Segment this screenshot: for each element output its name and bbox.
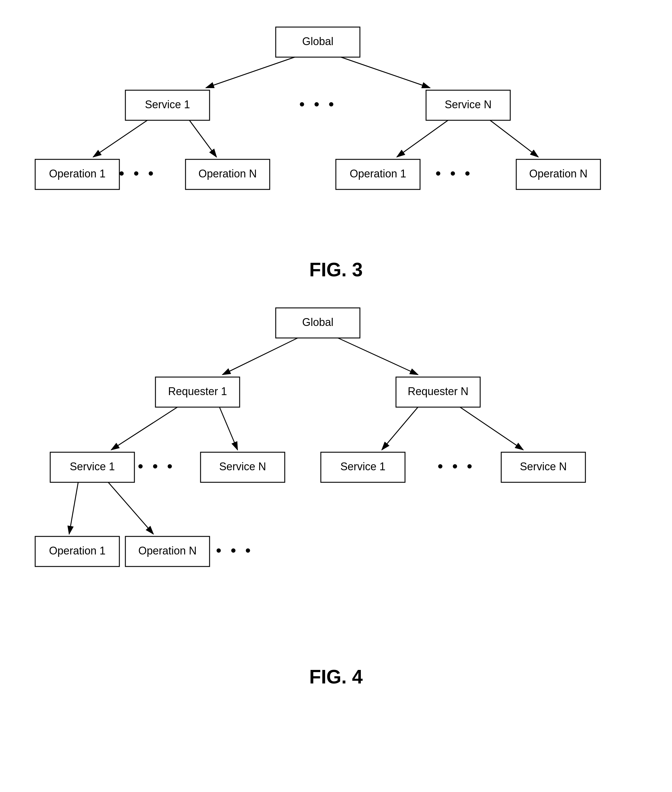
fig4-dots-ops: • • • <box>216 542 253 559</box>
fig4-op1-label: Operation 1 <box>49 544 106 557</box>
fig3-dots-ops-left: • • • <box>119 165 156 182</box>
fig3-serviceN-label: Service N <box>445 98 491 110</box>
svg-line-25 <box>338 338 418 374</box>
fig3-opN-right-label: Operation N <box>529 168 587 180</box>
svg-line-13 <box>490 120 538 157</box>
fig3-opN-left-label: Operation N <box>198 168 257 180</box>
svg-line-8 <box>206 57 294 88</box>
fig3-op1-left-label: Operation 1 <box>49 168 106 180</box>
svg-line-26 <box>111 407 178 450</box>
fig3-global-label: Global <box>302 35 333 48</box>
svg-line-27 <box>219 407 238 450</box>
diagram-fig4: Global Requester 1 Requester N Service 1… <box>18 299 654 660</box>
fig4-label: FIG. 4 <box>18 666 654 688</box>
fig4-dots-svc-right: • • • <box>437 458 475 475</box>
svg-line-24 <box>222 338 298 374</box>
svg-line-10 <box>93 120 147 157</box>
fig3-op1-right-label: Operation 1 <box>350 168 406 180</box>
fig3-dots-services: • • • <box>299 95 336 113</box>
fig4-svcN-right-label: Service N <box>520 460 567 473</box>
fig4-dots-svc-left: • • • <box>138 458 175 475</box>
svg-fig4: Global Requester 1 Requester N Service 1… <box>18 299 654 660</box>
fig3-label: FIG. 3 <box>18 259 654 281</box>
fig4-svcN-left-label: Service N <box>219 460 266 473</box>
svg-line-30 <box>69 482 78 534</box>
diagram-fig3: Global Service 1 Service N • • • Operati… <box>18 18 654 222</box>
fig4-requester1-label: Requester 1 <box>168 385 227 397</box>
svg-line-11 <box>189 120 216 157</box>
svg-fig3: Global Service 1 Service N • • • Operati… <box>18 18 654 222</box>
svg-line-29 <box>460 407 523 450</box>
svg-line-28 <box>382 407 418 450</box>
fig3-dots-ops-right: • • • <box>435 165 473 182</box>
svg-line-31 <box>108 482 154 534</box>
svg-line-12 <box>397 120 448 157</box>
svg-line-9 <box>341 57 430 88</box>
fig4-global-label: Global <box>302 316 333 328</box>
page: Global Service 1 Service N • • • Operati… <box>0 0 672 792</box>
fig4-svc1-right-label: Service 1 <box>340 460 386 473</box>
fig4-svc1-left-label: Service 1 <box>70 460 115 473</box>
fig4-requesterN-label: Requester N <box>408 385 469 397</box>
fig4-opN-label: Operation N <box>138 544 197 557</box>
fig3-service1-label: Service 1 <box>145 98 190 110</box>
